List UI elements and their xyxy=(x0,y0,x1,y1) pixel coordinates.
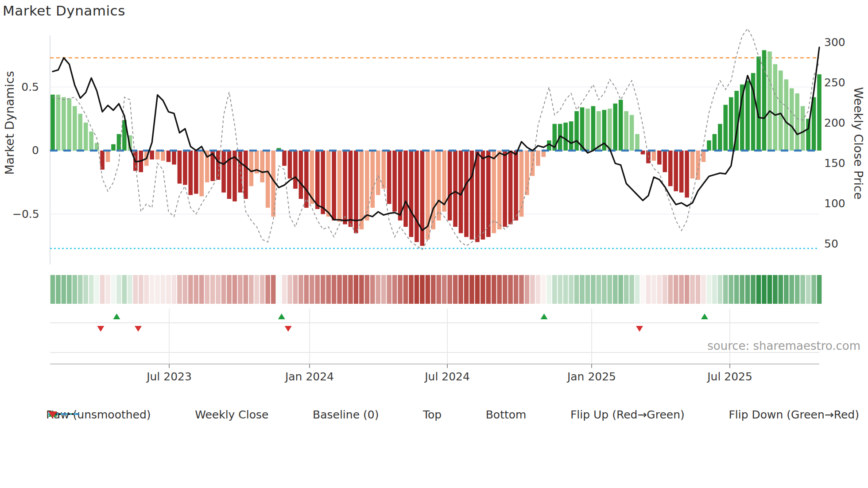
bar xyxy=(756,57,761,151)
heatmap-cell xyxy=(563,275,568,304)
heatmap-cell xyxy=(469,275,474,304)
bar xyxy=(503,151,507,227)
heatmap-cell xyxy=(105,275,110,304)
heatmap-cell xyxy=(249,275,254,304)
heatmap-cell xyxy=(265,275,270,304)
heatmap-cell xyxy=(707,275,712,304)
bar xyxy=(349,151,353,227)
bar xyxy=(155,151,160,159)
x-tick-label: Jan 2025 xyxy=(567,371,616,382)
y-right-tick-label: 150 xyxy=(824,158,845,169)
bar xyxy=(486,151,491,237)
heatmap-cell xyxy=(723,275,728,304)
bar xyxy=(724,105,728,151)
heatmap-cell xyxy=(480,275,485,304)
legend-item: Weekly Close xyxy=(195,408,268,421)
heatmap-cell xyxy=(651,275,656,304)
bar xyxy=(415,151,419,242)
heatmap-cell xyxy=(674,275,678,304)
flip-down-marker xyxy=(135,326,142,332)
heatmap-cell xyxy=(580,275,585,304)
bar xyxy=(679,151,684,193)
bar xyxy=(613,104,617,151)
heatmap-cell xyxy=(359,275,364,304)
heatmap-cell xyxy=(574,275,579,304)
legend-item: Baseline (0) xyxy=(313,408,379,421)
heatmap-cell xyxy=(442,275,447,304)
heatmap-cell xyxy=(646,275,651,304)
bar xyxy=(244,151,248,199)
bar xyxy=(420,151,425,246)
heatmap-cell xyxy=(304,275,309,304)
legend-item: Flip Up (Red→Green) xyxy=(570,408,685,421)
bar xyxy=(360,151,364,229)
flip-up-marker xyxy=(541,314,548,319)
bar xyxy=(729,97,733,151)
bar xyxy=(795,93,799,151)
bar xyxy=(773,64,778,151)
source-watermark: source: sharemaestro.com xyxy=(707,339,860,352)
bar xyxy=(178,151,182,184)
bar xyxy=(470,151,474,240)
heatmap-cell xyxy=(172,275,177,304)
heatmap-cell xyxy=(94,275,99,304)
heatmap-cell xyxy=(624,275,629,304)
heatmap-cell xyxy=(530,275,535,304)
bar xyxy=(536,151,540,166)
heatmap-cell xyxy=(751,275,756,304)
heatmap-cell xyxy=(492,275,496,304)
bar xyxy=(62,97,66,151)
bar xyxy=(652,151,656,161)
flip-up-marker xyxy=(278,314,285,319)
bar xyxy=(707,140,711,151)
bar xyxy=(381,151,386,189)
heatmap-cell xyxy=(679,275,684,304)
heatmap-cell xyxy=(210,275,215,304)
bar xyxy=(288,151,292,178)
bar xyxy=(266,151,270,208)
heatmap-cell xyxy=(276,275,281,304)
bar xyxy=(293,151,298,189)
bar xyxy=(321,151,325,214)
bar xyxy=(332,151,336,221)
legend-item: Bottom xyxy=(486,408,527,421)
heatmap-cell xyxy=(558,275,562,304)
heatmap-cell xyxy=(398,275,403,304)
heatmap-cell xyxy=(343,275,348,304)
bar xyxy=(597,111,601,151)
bar xyxy=(172,151,176,165)
heatmap-cell xyxy=(144,275,149,304)
bar xyxy=(50,95,55,151)
heatmap-cell xyxy=(685,275,690,304)
bar xyxy=(492,151,496,233)
heatmap-cell xyxy=(221,275,226,304)
bar xyxy=(608,108,612,151)
heatmap-cell xyxy=(232,275,237,304)
heatmap-cell xyxy=(122,275,127,304)
legend-item: Flip Down (Green→Red) xyxy=(728,408,859,421)
bar xyxy=(326,151,331,217)
heatmap-cell xyxy=(728,275,733,304)
bar xyxy=(337,151,342,222)
heatmap-cell xyxy=(271,275,276,304)
bar xyxy=(117,134,121,151)
bar xyxy=(189,151,193,195)
heatmap-cell xyxy=(657,275,662,304)
heatmap-cell xyxy=(183,275,188,304)
bar xyxy=(663,151,667,172)
bar xyxy=(674,151,678,191)
heatmap-cell xyxy=(111,275,116,304)
heatmap-cell xyxy=(420,275,425,304)
heatmap-cell xyxy=(800,275,805,304)
y-right-tick-label: 200 xyxy=(824,117,845,128)
heatmap-cell xyxy=(194,275,198,304)
heatmap-cell xyxy=(365,275,370,304)
heatmap-cell xyxy=(298,275,303,304)
bar xyxy=(475,151,480,242)
heatmap-cell xyxy=(78,275,83,304)
heatmap-cell xyxy=(436,275,441,304)
heatmap-cell xyxy=(254,275,259,304)
bar xyxy=(111,144,116,151)
heatmap-cell xyxy=(464,275,469,304)
heatmap-cell xyxy=(216,275,221,304)
